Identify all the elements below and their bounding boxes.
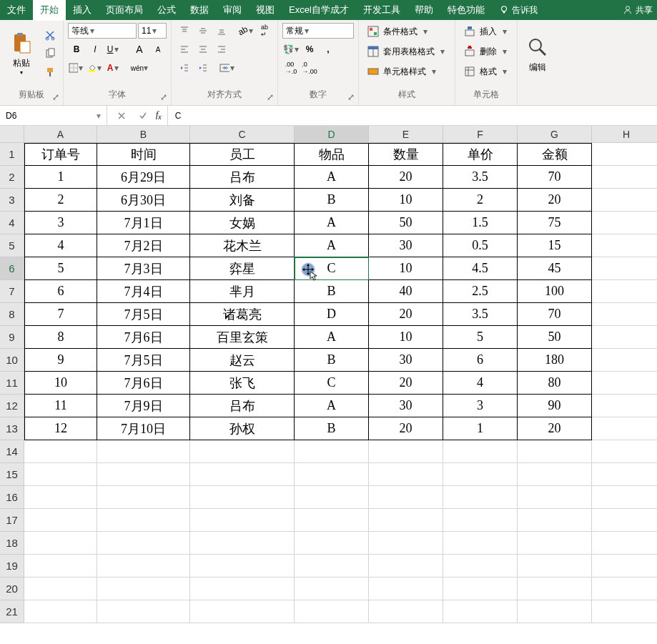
name-box[interactable]: D6 ▾ (0, 106, 107, 125)
cell-F17[interactable] (443, 509, 518, 532)
tab-file[interactable]: 文件 (0, 0, 33, 21)
cell-F2[interactable]: 3.5 (443, 166, 518, 189)
bold-button[interactable]: B (68, 41, 85, 57)
fill-color-button[interactable]: ▾ (87, 60, 104, 76)
cell-F3[interactable]: 2 (443, 189, 518, 212)
cell-C10[interactable]: 赵云 (190, 349, 295, 372)
cell-D2[interactable]: A (295, 166, 369, 189)
cell-A12[interactable]: 11 (24, 395, 97, 417)
cell-B7[interactable]: 7月4日 (97, 280, 190, 303)
alignment-launcher-icon[interactable]: ⤢ (266, 92, 275, 101)
phonetic-button[interactable]: wén▾ (131, 60, 148, 76)
row-header-19[interactable]: 19 (0, 555, 24, 578)
cell-H14[interactable] (592, 440, 657, 463)
cell-D3[interactable]: B (295, 189, 369, 212)
cell-H17[interactable] (592, 509, 657, 532)
cell-E5[interactable]: 30 (369, 234, 443, 257)
underline-button[interactable]: U▾ (105, 41, 122, 57)
cancel-formula-button[interactable] (113, 108, 130, 124)
cell-A9[interactable]: 8 (24, 326, 97, 349)
row-header-10[interactable]: 10 (0, 349, 24, 372)
tab-insert[interactable]: 插入 (66, 0, 99, 21)
cell-E13[interactable]: 20 (369, 417, 443, 440)
align-middle-button[interactable] (194, 23, 212, 39)
cell-G8[interactable]: 70 (518, 303, 592, 326)
cell-A10[interactable]: 9 (24, 349, 97, 372)
cell-G14[interactable] (518, 440, 592, 463)
cell-C15[interactable] (190, 463, 295, 486)
format-cells-button[interactable]: 格式▾ (460, 63, 513, 80)
cell-D18[interactable] (295, 532, 369, 555)
cell-F4[interactable]: 1.5 (443, 212, 518, 234)
cell-A17[interactable] (24, 509, 97, 532)
row-header-1[interactable]: 1 (0, 143, 24, 166)
cell-A6[interactable]: 5 (24, 257, 97, 280)
cell-G1[interactable]: 金额 (518, 143, 592, 166)
cell-A11[interactable]: 10 (24, 372, 97, 395)
cell-F11[interactable]: 4 (443, 372, 518, 395)
cell-A16[interactable] (24, 486, 97, 509)
cell-G21[interactable] (518, 600, 592, 623)
number-format-combo[interactable]: 常规▾ (282, 23, 354, 39)
cell-D1[interactable]: 物品 (295, 143, 369, 166)
cell-F9[interactable]: 5 (443, 326, 518, 349)
align-top-button[interactable] (176, 23, 193, 39)
cell-C19[interactable] (190, 555, 295, 578)
cell-F16[interactable] (443, 486, 518, 509)
paste-button[interactable]: 粘贴 ▾ (4, 25, 39, 82)
cell-B15[interactable] (97, 463, 190, 486)
tell-me[interactable]: 告诉我 (492, 4, 545, 16)
cell-E18[interactable] (369, 532, 443, 555)
cell-D14[interactable] (295, 440, 369, 463)
cell-D21[interactable] (295, 600, 369, 623)
cell-B9[interactable]: 7月6日 (97, 326, 190, 349)
cell-D5[interactable]: A (295, 234, 369, 257)
row-header-9[interactable]: 9 (0, 326, 24, 349)
cell-G2[interactable]: 70 (518, 166, 592, 189)
row-header-21[interactable]: 21 (0, 600, 24, 623)
cell-B11[interactable]: 7月6日 (97, 372, 190, 395)
select-all-corner[interactable] (0, 126, 24, 143)
cell-G4[interactable]: 75 (518, 212, 592, 234)
cell-E19[interactable] (369, 555, 443, 578)
cell-C1[interactable]: 员工 (190, 143, 295, 166)
cell-C7[interactable]: 芈月 (190, 280, 295, 303)
cell-B3[interactable]: 6月30日 (97, 189, 190, 212)
cell-E1[interactable]: 数量 (369, 143, 443, 166)
cell-A4[interactable]: 3 (24, 212, 97, 234)
tab-data[interactable]: 数据 (183, 0, 216, 21)
cell-G9[interactable]: 50 (518, 326, 592, 349)
decrease-font-button[interactable]: A (149, 41, 167, 57)
cell-B13[interactable]: 7月10日 (97, 417, 190, 440)
cell-H2[interactable] (592, 166, 657, 189)
cell-B10[interactable]: 7月5日 (97, 349, 190, 372)
cell-C13[interactable]: 孙权 (190, 417, 295, 440)
font-size-combo[interactable]: 11▾ (138, 23, 167, 39)
percent-button[interactable]: % (301, 41, 318, 57)
cell-H19[interactable] (592, 555, 657, 578)
cell-E14[interactable] (369, 440, 443, 463)
cell-G20[interactable] (518, 578, 592, 600)
cell-B8[interactable]: 7月5日 (97, 303, 190, 326)
row-header-6[interactable]: 6 (0, 257, 24, 280)
cell-A20[interactable] (24, 578, 97, 600)
cell-E17[interactable] (369, 509, 443, 532)
cell-B14[interactable] (97, 440, 190, 463)
cell-H16[interactable] (592, 486, 657, 509)
cell-C2[interactable]: 吕布 (190, 166, 295, 189)
align-right-button[interactable] (213, 41, 230, 57)
cell-H3[interactable] (592, 189, 657, 212)
cell-C3[interactable]: 刘备 (190, 189, 295, 212)
cell-C4[interactable]: 女娲 (190, 212, 295, 234)
cell-A21[interactable] (24, 600, 97, 623)
cell-A8[interactable]: 7 (24, 303, 97, 326)
row-header-3[interactable]: 3 (0, 189, 24, 212)
cut-button[interactable] (41, 27, 59, 43)
cell-A3[interactable]: 2 (24, 189, 97, 212)
clipboard-launcher-icon[interactable]: ⤢ (51, 92, 60, 101)
tab-developer[interactable]: 开发工具 (356, 0, 407, 21)
cell-D20[interactable] (295, 578, 369, 600)
cell-D16[interactable] (295, 486, 369, 509)
tab-page-layout[interactable]: 页面布局 (99, 0, 150, 21)
cell-D8[interactable]: D (295, 303, 369, 326)
